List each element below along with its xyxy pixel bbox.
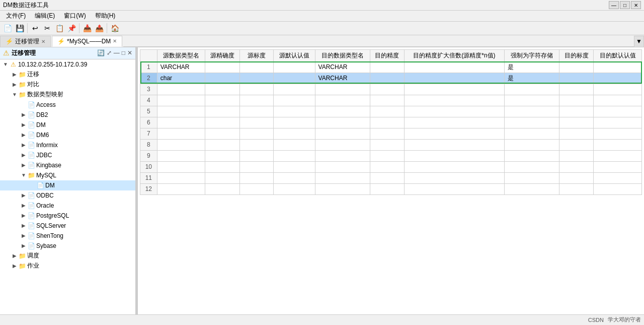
tree-node-postgresql[interactable]: ▶ 📄 PostgreSQL <box>0 211 135 221</box>
cell-src-scale-2[interactable] <box>239 73 273 84</box>
tree-node-kingbase[interactable]: ▶ 📄 Kingbase <box>0 160 135 170</box>
tree-mysql-toggle[interactable]: ▼ <box>20 172 27 179</box>
tree-informix-toggle[interactable]: ▶ <box>20 142 27 149</box>
tree-schedule-toggle[interactable]: ▶ <box>11 252 18 259</box>
tab-mysql-dm-close-icon[interactable]: ✕ <box>113 38 117 44</box>
tree-sybase-toggle[interactable]: ▶ <box>20 242 27 249</box>
tab-migration[interactable]: ⚡ 迁移管理 ✕ <box>0 36 51 47</box>
tree-compare-toggle[interactable]: ▶ <box>11 81 18 88</box>
tree-typemap-toggle[interactable]: ▼ <box>11 91 18 98</box>
cell-src-precision-1[interactable] <box>205 61 240 73</box>
toolbar-new[interactable]: 📄 <box>2 23 13 34</box>
tree-dm-toggle[interactable]: ▶ <box>20 121 27 128</box>
tab-mysql-dm[interactable]: ⚡ *MySQL——DM ✕ <box>52 36 122 47</box>
tree-node-jdbc[interactable]: ▶ 📄 JDBC <box>0 150 135 160</box>
tree-node-sybase[interactable]: ▶ 📄 Sybase <box>0 241 135 251</box>
tree-node-sqlserver[interactable]: ▶ 📄 SQLServer <box>0 221 135 231</box>
table-row[interactable]: 2 char VARCHAR 是 <box>140 73 642 84</box>
cell-src-default-2[interactable] <box>274 73 315 84</box>
close-button[interactable]: ✕ <box>631 1 641 9</box>
cell-dst-scale-1[interactable] <box>559 61 594 73</box>
tree-db2-label: DB2 <box>36 111 48 118</box>
table-row[interactable]: 3 <box>140 84 642 95</box>
sidebar-expand-icon[interactable]: ⤢ <box>107 49 112 56</box>
tree-odbc-toggle[interactable]: ▶ <box>20 192 27 199</box>
tree-node-shentong[interactable]: ▶ 📄 ShenTong <box>0 231 135 241</box>
tree-root[interactable]: ▼ ⚠ 10.132.0.255-10.172.0.39 <box>0 59 135 70</box>
table-row[interactable]: 5 <box>140 106 642 117</box>
tree-node-typemap[interactable]: ▼ 📁 数据类型映射 <box>0 90 135 100</box>
toolbar-save[interactable]: 💾 <box>14 23 25 34</box>
table-row[interactable]: 4 <box>140 95 642 106</box>
table-row[interactable]: 12 <box>140 183 642 194</box>
cell-force-varchar-1[interactable]: 是 <box>504 61 559 73</box>
cell-force-varchar-2[interactable]: 是 <box>504 73 559 84</box>
cell-dst-precision-2[interactable] <box>370 73 405 84</box>
toolbar-undo[interactable]: ↩ <box>30 23 41 34</box>
tree-node-mysql-dm[interactable]: 📄 DM <box>0 180 135 190</box>
content-area: 源数据类型名 源精确度 源标度 源默认认值 目的数据类型名 目的精度 目的精度扩… <box>138 47 644 314</box>
menu-window[interactable]: 窗口(W) <box>60 11 90 21</box>
tree-job-toggle[interactable]: ▶ <box>11 263 18 270</box>
tree-node-db2[interactable]: ▶ 📄 DB2 <box>0 110 135 120</box>
cell-dst-type-1[interactable]: VARCHAR <box>315 61 370 73</box>
table-row[interactable]: 9 <box>140 150 642 161</box>
tree-dm6-toggle[interactable]: ▶ <box>20 132 27 139</box>
table-row[interactable]: 6 <box>140 117 642 128</box>
cell-dst-type-2[interactable]: VARCHAR <box>315 73 370 84</box>
table-row[interactable]: 7 <box>140 128 642 139</box>
table-row[interactable]: 1 VARCHAR VARCHAR 是 <box>140 61 642 73</box>
cell-src-scale-1[interactable] <box>239 61 273 73</box>
menu-edit[interactable]: 编辑(E) <box>31 11 59 21</box>
toolbar-import[interactable]: 📥 <box>82 23 93 34</box>
tree-node-job[interactable]: ▶ 📁 作业 <box>0 261 135 271</box>
cell-dst-precision-expand-1[interactable] <box>405 61 504 73</box>
toolbar-cut[interactable]: ✂ <box>42 23 53 34</box>
cell-dst-precision-expand-2[interactable] <box>405 73 504 84</box>
tree-node-informix[interactable]: ▶ 📄 Informix <box>0 140 135 150</box>
tree-node-dm[interactable]: ▶ 📄 DM <box>0 120 135 130</box>
cell-dst-default-2[interactable] <box>594 73 642 84</box>
cell-src-type-2[interactable]: char <box>157 73 205 84</box>
cell-src-default-1[interactable] <box>274 61 315 73</box>
tree-jdbc-toggle[interactable]: ▶ <box>20 152 27 159</box>
tree-node-migration[interactable]: ▶ 📁 迁移 <box>0 70 135 80</box>
sidebar-minimize-icon[interactable]: — <box>114 49 120 56</box>
tree-sqlserver-toggle[interactable]: ▶ <box>20 222 27 229</box>
sidebar-maximize-icon[interactable]: □ <box>122 49 125 56</box>
tree-node-schedule[interactable]: ▶ 📁 调度 <box>0 251 135 261</box>
menu-help[interactable]: 帮助(H) <box>91 11 120 21</box>
table-row[interactable]: 10 <box>140 161 642 172</box>
tree-schedule-folder-icon: 📁 <box>18 252 26 260</box>
sidebar-close-icon[interactable]: ✕ <box>127 49 132 56</box>
minimize-button[interactable]: — <box>609 1 619 9</box>
toolbar-home[interactable]: 🏠 <box>109 23 120 34</box>
cell-dst-default-1[interactable] <box>594 61 642 73</box>
tree-db2-toggle[interactable]: ▶ <box>20 111 27 118</box>
cell-src-type-1[interactable]: VARCHAR <box>157 61 205 73</box>
tree-kingbase-toggle[interactable]: ▶ <box>20 162 27 169</box>
tree-oracle-toggle[interactable]: ▶ <box>20 202 27 209</box>
tree-postgresql-toggle[interactable]: ▶ <box>20 212 27 219</box>
table-row[interactable]: 11 <box>140 172 642 183</box>
tree-node-mysql[interactable]: ▼ 📁 MySQL <box>0 170 135 180</box>
toolbar-copy[interactable]: 📋 <box>54 23 65 34</box>
tree-node-dm6[interactable]: ▶ 📄 DM6 <box>0 130 135 140</box>
toolbar-paste[interactable]: 📌 <box>66 23 77 34</box>
tree-root-toggle[interactable]: ▼ <box>2 61 9 68</box>
tree-node-compare[interactable]: ▶ 📁 对比 <box>0 80 135 90</box>
table-row[interactable]: 8 <box>140 139 642 150</box>
tree-shentong-toggle[interactable]: ▶ <box>20 232 27 239</box>
tree-migration-toggle[interactable]: ▶ <box>11 71 18 78</box>
maximize-button[interactable]: □ <box>620 1 630 9</box>
tab-overflow-button[interactable]: ▼ <box>634 36 644 47</box>
tree-node-oracle[interactable]: ▶ 📄 Oracle <box>0 201 135 211</box>
cell-dst-precision-1[interactable] <box>370 61 405 73</box>
sidebar-refresh-icon[interactable]: 🔄 <box>97 49 105 56</box>
cell-src-precision-2[interactable] <box>205 73 240 84</box>
menu-file[interactable]: 文件(F) <box>2 11 30 21</box>
toolbar-export[interactable]: 📤 <box>94 23 105 34</box>
tree-node-odbc[interactable]: ▶ 📄 ODBC <box>0 190 135 201</box>
tree-node-access[interactable]: 📄 Access <box>0 100 135 110</box>
cell-dst-scale-2[interactable] <box>559 73 594 84</box>
